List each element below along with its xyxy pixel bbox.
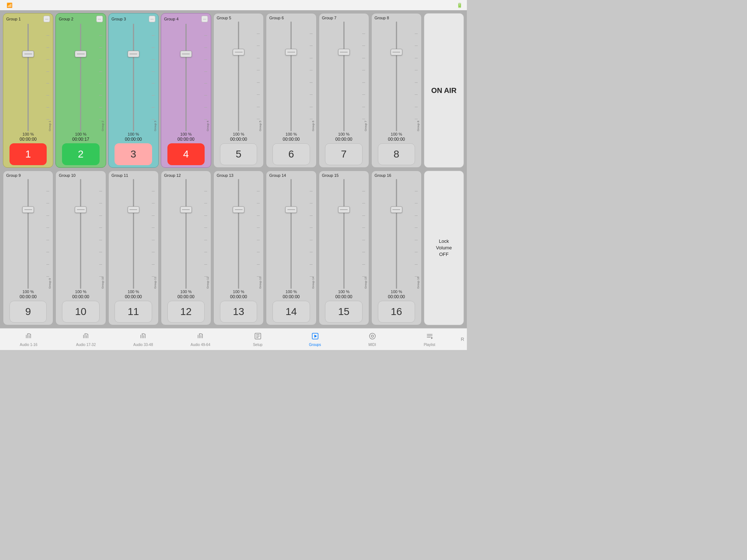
- fader-knob-2[interactable]: [75, 51, 86, 57]
- fader-wrapper-8: Group 8: [373, 22, 420, 131]
- group-vlabel-4: Group 4: [206, 24, 209, 131]
- group-title-13: Group 13: [217, 173, 233, 178]
- group-header-12: Group 12: [163, 173, 209, 178]
- group-title-14: Group 14: [269, 173, 286, 178]
- fader-knob-11[interactable]: [128, 206, 139, 213]
- on-air-button[interactable]: ON AIR: [424, 13, 464, 168]
- main-content: Group 1···Group 1100 %00:00:001Group 2··…: [0, 10, 467, 328]
- group-header-11: Group 11: [110, 173, 157, 178]
- group-strip-8: Group 8Group 8100 %00:00:008: [371, 13, 422, 168]
- group-num-btn-9[interactable]: 9: [9, 301, 47, 323]
- fader-wrapper-3: Group 3: [110, 24, 157, 131]
- group-strip-16: Group 16Group 16100 %00:00:0016: [371, 171, 422, 325]
- fader-wrapper-6: Group 6: [268, 22, 314, 131]
- group-num-btn-14[interactable]: 14: [272, 301, 310, 323]
- fader-wrapper-5: Group 5: [215, 22, 262, 131]
- tab-midi[interactable]: MIDI: [344, 328, 401, 350]
- playlist-label: Playlist: [424, 343, 436, 347]
- group-header-16: Group 16: [373, 173, 420, 178]
- tab-audio1[interactable]: Audio 1-16: [0, 328, 57, 350]
- fader-wrapper-14: Group 14: [268, 179, 314, 289]
- group-menu-btn-2[interactable]: ···: [96, 16, 103, 22]
- fader-knob-15[interactable]: [338, 206, 350, 213]
- group-num-btn-5[interactable]: 5: [220, 143, 258, 165]
- fader-knob-8[interactable]: [391, 49, 402, 55]
- group-num-btn-3[interactable]: 3: [115, 143, 152, 165]
- group-percent-14: 100 %: [286, 289, 297, 294]
- group-title-2: Group 2: [59, 17, 73, 21]
- group-title-7: Group 7: [322, 16, 337, 20]
- fader-wrapper-10: Group 10: [57, 179, 104, 289]
- fader-knob-13[interactable]: [233, 206, 244, 213]
- group-strip-3: Group 3···Group 3100 %00:00:003: [108, 13, 159, 168]
- group-num-btn-2[interactable]: 2: [62, 143, 100, 165]
- group-timer-11: 00:00:00: [125, 294, 142, 299]
- group-num-btn-8[interactable]: 8: [378, 143, 415, 165]
- group-num-btn-15[interactable]: 15: [325, 301, 363, 323]
- group-header-5: Group 5: [215, 16, 262, 20]
- tab-audio2[interactable]: Audio 17-32: [57, 328, 115, 350]
- group-timer-15: 00:00:00: [335, 294, 352, 299]
- fader-knob-10[interactable]: [75, 206, 86, 213]
- fader-knob-14[interactable]: [285, 206, 297, 213]
- setup-icon: [254, 332, 262, 342]
- fader-knob-7[interactable]: [338, 49, 350, 55]
- group-title-4: Group 4: [164, 17, 179, 21]
- group-menu-btn-1[interactable]: ···: [43, 16, 50, 22]
- group-num-btn-16[interactable]: 16: [378, 301, 415, 323]
- fader-wrapper-4: Group 4: [163, 24, 209, 131]
- fader-knob-16[interactable]: [391, 206, 402, 213]
- audio1-label: Audio 1-16: [20, 343, 37, 347]
- groups-icon: [311, 332, 319, 342]
- group-num-btn-6[interactable]: 6: [272, 143, 310, 165]
- fader-wrapper-1: Group 1: [5, 24, 51, 131]
- fader-knob-12[interactable]: [180, 206, 192, 213]
- fader-wrapper-2: Group 2: [57, 24, 104, 131]
- group-title-15: Group 15: [322, 173, 339, 178]
- group-header-1: Group 1···: [5, 16, 51, 22]
- tab-audio3[interactable]: Audio 33-48: [115, 328, 172, 350]
- group-header-9: Group 9: [5, 173, 51, 178]
- bottom-row: Group 9Group 9100 %00:00:009Group 10Grou…: [3, 171, 464, 325]
- group-timer-9: 00:00:00: [20, 294, 37, 299]
- wifi-icon: 📶: [7, 3, 12, 8]
- group-timer-4: 00:00:00: [178, 137, 195, 142]
- group-timer-5: 00:00:00: [230, 137, 247, 142]
- setup-label: Setup: [253, 343, 262, 347]
- fader-knob-4[interactable]: [180, 51, 192, 57]
- group-header-3: Group 3···: [110, 16, 157, 22]
- group-vlabel-16: Group 16: [416, 179, 420, 289]
- group-title-16: Group 16: [375, 173, 391, 178]
- fader-knob-6[interactable]: [285, 49, 297, 55]
- tab-audio4[interactable]: Audio 49-64: [172, 328, 229, 350]
- group-timer-10: 00:00:00: [72, 294, 89, 299]
- fader-knob-9[interactable]: [22, 206, 34, 213]
- group-percent-13: 100 %: [233, 289, 244, 294]
- top-row: Group 1···Group 1100 %00:00:001Group 2··…: [3, 13, 464, 168]
- audio4-label: Audio 49-64: [191, 343, 210, 347]
- group-percent-9: 100 %: [23, 289, 34, 294]
- fader-knob-1[interactable]: [22, 51, 34, 57]
- group-num-btn-4[interactable]: 4: [167, 143, 205, 165]
- lock-volume-button[interactable]: LockVolumeOFF: [424, 171, 464, 325]
- group-num-btn-1[interactable]: 1: [9, 143, 47, 165]
- group-strip-13: Group 13Group 13100 %00:00:0013: [213, 171, 264, 325]
- group-num-btn-11[interactable]: 11: [115, 301, 152, 323]
- group-num-btn-7[interactable]: 7: [325, 143, 363, 165]
- tab-setup[interactable]: Setup: [229, 328, 286, 350]
- tab-playlist[interactable]: Playlist: [401, 328, 458, 350]
- group-menu-btn-4[interactable]: ···: [201, 16, 208, 22]
- group-num-btn-13[interactable]: 13: [220, 301, 258, 323]
- fader-knob-5[interactable]: [233, 49, 244, 55]
- tab-groups[interactable]: Groups: [286, 328, 344, 350]
- svg-point-3: [369, 333, 375, 339]
- group-title-6: Group 6: [269, 16, 284, 20]
- group-num-btn-12[interactable]: 12: [167, 301, 205, 323]
- group-timer-7: 00:00:00: [335, 137, 352, 142]
- group-menu-btn-3[interactable]: ···: [149, 16, 155, 22]
- audio3-icon: [139, 332, 147, 342]
- fader-knob-3[interactable]: [128, 51, 139, 57]
- group-percent-15: 100 %: [338, 289, 349, 294]
- group-num-btn-10[interactable]: 10: [62, 301, 100, 323]
- group-vlabel-12: Group 12: [206, 179, 209, 289]
